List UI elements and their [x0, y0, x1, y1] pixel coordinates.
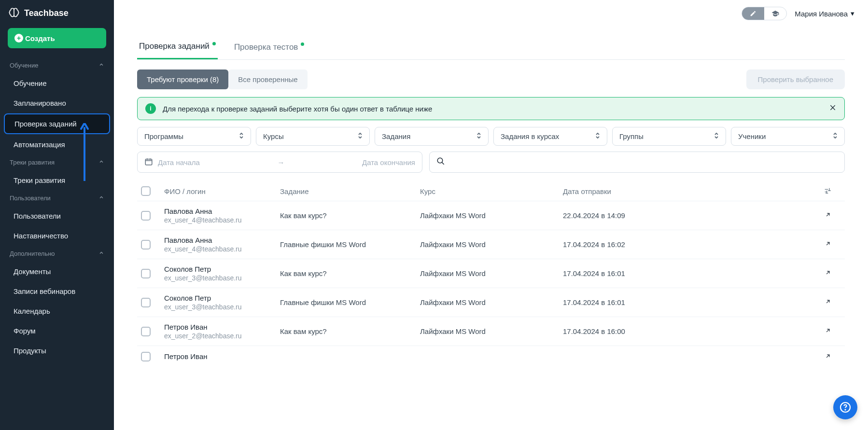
nav-item[interactable]: Календарь [4, 302, 110, 320]
notification-dot [301, 42, 304, 46]
open-arrow-icon[interactable] [825, 353, 831, 361]
chevron-up-icon [98, 159, 104, 166]
chevron-up-icon [98, 250, 104, 257]
nav-item[interactable]: Проверка заданий [4, 113, 110, 134]
topbar: Мария Иванова ▾ [114, 0, 868, 27]
row-course: Лайфхаки MS Word [420, 211, 563, 220]
status-pill[interactable]: Все проверенные [228, 69, 307, 89]
row-date: 22.04.2024 в 14:09 [563, 211, 688, 220]
date-start-placeholder: Дата начала [158, 158, 200, 166]
graduation-icon [771, 10, 779, 17]
open-arrow-icon[interactable] [825, 211, 831, 220]
nav-item[interactable]: Форум [4, 321, 110, 340]
row-email: ex_user_4@teachbase.ru [164, 245, 280, 253]
table-row: Петров Иван ex_user_2@teachbase.ru Как в… [137, 317, 845, 346]
row-task: Как вам курс? [280, 211, 420, 220]
table-row: Павлова Анна ex_user_4@teachbase.ru Как … [137, 201, 845, 230]
search-icon [436, 157, 445, 167]
nav-item[interactable]: Треки развития [4, 171, 110, 190]
chevron-updown-icon [714, 132, 719, 140]
nav-section-header[interactable]: Пользователи [0, 191, 114, 206]
row-checkbox[interactable] [141, 269, 151, 278]
nav-section-label: Дополнительно [10, 250, 55, 257]
help-icon [840, 402, 851, 413]
brand-logo[interactable]: Teachbase [0, 7, 114, 28]
nav-item[interactable]: Документы [4, 262, 110, 281]
filter-dropdown[interactable]: Задания в курсах [493, 127, 607, 146]
nav-section-label: Обучение [10, 62, 38, 69]
info-icon: i [145, 103, 156, 114]
select-all-checkbox[interactable] [141, 186, 151, 196]
user-menu[interactable]: Мария Иванова ▾ [795, 9, 854, 18]
nav-item[interactable]: Обучение [4, 74, 110, 93]
row-course: Лайфхаки MS Word [420, 327, 563, 335]
nav-item[interactable]: Пользователи [4, 207, 110, 225]
dropdown-label: Задания в курсах [501, 132, 559, 140]
row-checkbox[interactable] [141, 298, 151, 307]
filter-dropdown[interactable]: Ученики [731, 127, 845, 146]
plus-icon: + [14, 34, 23, 42]
header-task: Задание [280, 187, 420, 195]
table-header: ФИО / логин Задание Курс Дата отправки [137, 181, 845, 201]
svg-point-1 [437, 158, 443, 163]
row-task: Как вам курс? [280, 327, 420, 335]
view-mode-segment[interactable] [764, 7, 786, 20]
create-label: Создать [25, 34, 55, 42]
row-date: 17.04.2024 в 16:01 [563, 298, 688, 306]
table-row: Соколов Петр ex_user_3@teachbase.ru Как … [137, 259, 845, 288]
svg-point-3 [845, 409, 845, 410]
filter-dropdown[interactable]: Группы [612, 127, 726, 146]
date-range-picker[interactable]: Дата начала → Дата окончания [137, 152, 422, 173]
filter-dropdowns: ПрограммыКурсыЗаданияЗадания в курсахГру… [137, 127, 845, 146]
chevron-updown-icon [476, 132, 481, 140]
header-date: Дата отправки [563, 187, 688, 195]
nav-section-header[interactable]: Дополнительно [0, 246, 114, 261]
sidebar: Teachbase + Создать ОбучениеОбучениеЗапл… [0, 0, 114, 430]
table-row: Соколов Петр ex_user_3@teachbase.ru Глав… [137, 288, 845, 317]
brain-icon [8, 7, 20, 19]
nav-item[interactable]: Записи вебинаров [4, 282, 110, 301]
nav-section-label: Пользователи [10, 194, 51, 202]
tab[interactable]: Проверка заданий [137, 37, 218, 59]
nav-item[interactable]: Продукты [4, 341, 110, 360]
main-content: Мария Иванова ▾ Проверка заданийПроверка… [114, 0, 868, 430]
search-input[interactable] [450, 158, 838, 166]
row-name: Соколов Петр [164, 294, 280, 302]
row-name: Павлова Анна [164, 236, 280, 244]
row-checkbox[interactable] [141, 240, 151, 250]
filter-dropdown[interactable]: Программы [137, 127, 251, 146]
row-task: Главные фишки MS Word [280, 240, 420, 249]
edit-mode-segment[interactable] [742, 7, 764, 20]
create-button[interactable]: + Создать [8, 28, 106, 48]
row-checkbox[interactable] [141, 211, 151, 221]
tab[interactable]: Проверка тестов [232, 37, 307, 59]
nav-item[interactable]: Наставничество [4, 226, 110, 245]
table-row: Павлова Анна ex_user_4@teachbase.ru Глав… [137, 230, 845, 259]
filter-dropdown[interactable]: Курсы [256, 127, 370, 146]
nav-section-header[interactable]: Треки развития [0, 155, 114, 170]
chevron-updown-icon [595, 132, 600, 140]
nav-item[interactable]: Запланировано [4, 94, 110, 112]
search-box[interactable] [429, 152, 845, 173]
status-pill[interactable]: Требуют проверки (8) [137, 69, 228, 89]
filter-dropdown[interactable]: Задания [375, 127, 489, 146]
check-selected-button[interactable]: Проверить выбранное [746, 69, 845, 89]
open-arrow-icon[interactable] [825, 240, 831, 249]
caret-down-icon: ▾ [851, 9, 854, 18]
open-arrow-icon[interactable] [825, 298, 831, 306]
nav-section-header[interactable]: Обучение [0, 58, 114, 73]
open-arrow-icon[interactable] [825, 269, 831, 277]
chevron-updown-icon [239, 132, 244, 140]
row-checkbox[interactable] [141, 327, 151, 336]
dropdown-label: Группы [619, 132, 644, 140]
row-name: Павлова Анна [164, 207, 280, 215]
row-checkbox[interactable] [141, 352, 151, 361]
chevron-updown-icon [833, 132, 838, 140]
open-arrow-icon[interactable] [825, 327, 831, 335]
close-icon[interactable] [829, 104, 837, 113]
help-fab[interactable] [833, 395, 857, 419]
calendar-icon [144, 157, 153, 167]
nav-item[interactable]: Автоматизация [4, 135, 110, 154]
columns-settings-icon[interactable] [824, 187, 831, 196]
mode-toggle[interactable] [742, 7, 787, 20]
